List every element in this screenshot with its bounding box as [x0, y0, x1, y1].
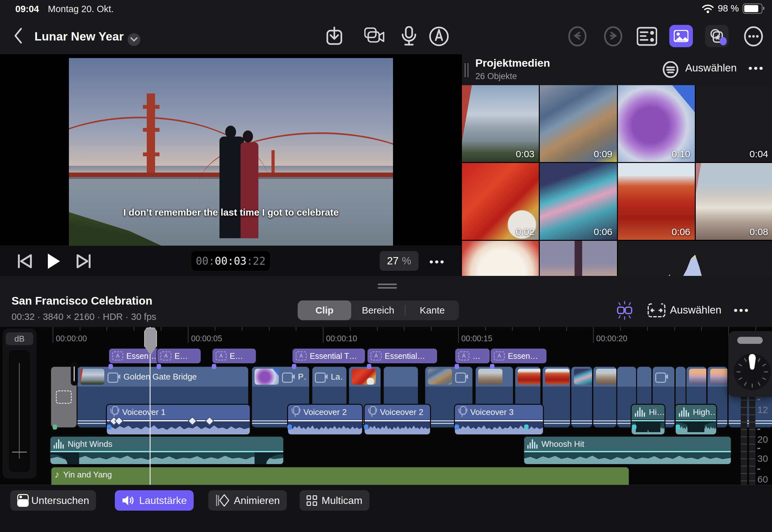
timecode-display[interactable]: 00:00:03:22: [191, 251, 270, 271]
audio-clip-label: Whoosh Hit: [541, 439, 584, 449]
audio-track-1: Voiceover 1Voiceover 2Voiceover 2Voiceov…: [0, 404, 772, 434]
volume-line[interactable]: [524, 451, 731, 452]
audio-clip-label: Hi…: [649, 407, 665, 417]
sound-effect-clip[interactable]: Hi…: [631, 404, 665, 435]
video-clip-thumbnail: [518, 369, 541, 385]
media-item[interactable]: [618, 241, 772, 276]
media-item[interactable]: 0:06: [540, 163, 617, 240]
title-clip[interactable]: A…: [455, 348, 490, 364]
voiceover-clip[interactable]: Voiceover 2: [287, 404, 363, 435]
microphone-icon[interactable]: [399, 26, 419, 47]
magnetic-timeline-icon[interactable]: [615, 301, 634, 320]
media-select-button[interactable]: Auswählen: [685, 62, 737, 74]
fade-out[interactable]: [255, 451, 283, 464]
placeholder-icon: [56, 390, 72, 404]
volume-button[interactable]: Lautstärke: [115, 490, 194, 511]
tab-clip[interactable]: Clip: [298, 300, 351, 320]
media-item[interactable]: 0:04: [696, 85, 772, 162]
ruler-tick: [755, 327, 756, 331]
media-item[interactable]: 0:10: [618, 85, 695, 162]
media-more-icon[interactable]: •••: [748, 62, 765, 74]
camera-icon[interactable]: [364, 26, 385, 47]
video-clip-header: [687, 367, 706, 387]
redo-icon[interactable]: [603, 26, 623, 47]
tab-bereich[interactable]: Bereich: [351, 300, 405, 320]
video-preview[interactable]: I don’t remember the last time I got to …: [69, 58, 393, 254]
main-toolbar: Lunar New Year: [0, 18, 772, 54]
media-item[interactable]: [462, 241, 539, 276]
skip-back-icon[interactable]: [17, 253, 33, 270]
voiceover-clip[interactable]: Voiceover 1: [106, 404, 251, 435]
title-a-icon: A: [112, 351, 123, 360]
volume-line[interactable]: [50, 451, 283, 452]
back-button[interactable]: [13, 27, 24, 45]
media-item[interactable]: 0:03: [462, 85, 539, 162]
title-clip[interactable]: AE…: [212, 348, 256, 364]
ruler-tick: [377, 327, 378, 331]
audio-clip-header: Hi…: [632, 405, 664, 419]
sound-effect-clip[interactable]: Whoosh Hit: [523, 436, 732, 465]
media-item[interactable]: 0:06: [618, 163, 695, 240]
multicam-button[interactable]: Multicam: [300, 490, 369, 511]
volume-line[interactable]: [676, 420, 716, 421]
volume-knob-popup[interactable]: [728, 331, 772, 397]
more-menu-icon[interactable]: [743, 26, 764, 47]
title-clip[interactable]: AEssen…: [108, 348, 163, 364]
person-silhouette: [219, 137, 244, 238]
volume-line[interactable]: [365, 420, 430, 421]
media-browser-button[interactable]: [669, 25, 693, 47]
ruler-tick: [161, 327, 161, 331]
animate-button[interactable]: Animieren: [208, 490, 287, 511]
video-clip-header: [593, 367, 616, 387]
video-clip-header: [349, 367, 381, 387]
meter-scale-label: 60: [757, 463, 772, 485]
volume-line[interactable]: [288, 420, 362, 421]
clip-connection-dot: [455, 364, 459, 369]
music-clip[interactable]: ♪Yin and Yang: [50, 466, 630, 485]
project-title[interactable]: Lunar New Year: [34, 30, 124, 43]
timeline-more-icon[interactable]: •••: [734, 304, 750, 316]
audio-waveform: [455, 421, 543, 434]
title-clip-label: E…: [230, 351, 243, 361]
clip-connection-dot: [632, 425, 636, 430]
popup-grabber[interactable]: [737, 337, 763, 344]
volume-line[interactable]: [632, 420, 664, 421]
panel-grabber[interactable]: [464, 63, 469, 77]
sound-effect-clip[interactable]: High…: [675, 404, 717, 435]
tab-kante[interactable]: Kante: [405, 300, 459, 320]
volume-line[interactable]: [455, 420, 543, 421]
volume-line[interactable]: [107, 420, 250, 421]
effects-browser-button[interactable]: [705, 25, 729, 47]
panel-resize-handle[interactable]: [378, 284, 397, 289]
sound-effect-clip[interactable]: Night Winds: [49, 436, 284, 465]
pencil-tools-icon[interactable]: [429, 26, 449, 47]
undo-icon[interactable]: [567, 26, 588, 47]
video-clip-thumbnail: [596, 369, 617, 385]
viewer-more-icon[interactable]: •••: [429, 255, 446, 268]
media-item[interactable]: 0:02: [462, 163, 539, 240]
media-item[interactable]: [540, 241, 617, 276]
import-icon[interactable]: [325, 26, 345, 47]
play-button[interactable]: [45, 253, 62, 270]
zoom-level-button[interactable]: 27%: [380, 251, 419, 271]
trim-handle[interactable]: [71, 362, 78, 386]
fade-in[interactable]: [50, 451, 79, 464]
clip-connection-dot: [157, 364, 161, 369]
filter-icon[interactable]: [662, 61, 679, 78]
inspect-button[interactable]: Untersuchen: [10, 490, 96, 511]
skip-forward-icon[interactable]: [75, 253, 92, 270]
title-clip[interactable]: AEssential T…: [292, 348, 366, 364]
media-item[interactable]: 0:09: [540, 85, 617, 162]
title-clip[interactable]: AEssen…: [490, 348, 547, 364]
db-button[interactable]: dB: [6, 332, 33, 345]
title-dropdown-icon[interactable]: [128, 33, 140, 46]
title-clip[interactable]: AEssential…: [367, 348, 438, 364]
inspector-list-icon[interactable]: [637, 26, 657, 47]
overwrite-mode-icon[interactable]: [647, 301, 666, 320]
voiceover-clip[interactable]: Voiceover 3: [454, 404, 544, 435]
media-item[interactable]: 0:08: [696, 163, 772, 240]
title-clip[interactable]: AE…: [157, 348, 201, 364]
voiceover-clip[interactable]: Voiceover 2: [364, 404, 431, 435]
timeline-select-button[interactable]: Auswählen: [670, 304, 721, 316]
volume-knob[interactable]: [733, 350, 772, 394]
